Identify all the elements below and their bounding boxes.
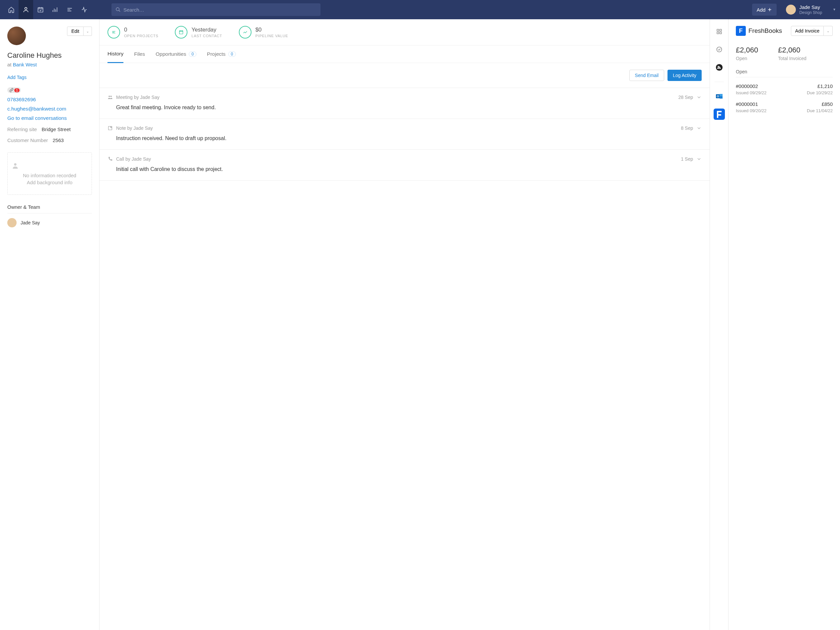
add-tags-link[interactable]: Add Tags xyxy=(7,75,92,80)
user-menu[interactable]: Jade Say Design Shop ▼ xyxy=(786,4,836,15)
divider xyxy=(736,77,833,78)
field-value: 2563 xyxy=(53,138,64,143)
main: Edit ⌄ Caroline Hughes at Bank West Add … xyxy=(0,19,840,630)
svg-text:O: O xyxy=(717,95,719,98)
phone-icon xyxy=(107,156,113,161)
contact-company: at Bank West xyxy=(7,62,92,67)
user-org: Design Shop xyxy=(799,10,822,15)
chevron-down-icon[interactable] xyxy=(696,95,702,100)
freshbooks-panel: F FreshBooks Add Invoice ⌄ £2,060 Open £… xyxy=(728,19,840,630)
tab-history[interactable]: History xyxy=(107,46,123,63)
svg-rect-1 xyxy=(38,8,43,12)
add-button[interactable]: Add xyxy=(752,4,777,16)
edit-button-group: Edit ⌄ xyxy=(67,27,92,36)
log-activity-button[interactable]: Log Activity xyxy=(668,70,702,81)
strip-outlook[interactable]: O xyxy=(714,90,725,102)
link-icon xyxy=(9,88,14,92)
user-name: Jade Say xyxy=(799,4,822,10)
action-row: Send Email Log Activity xyxy=(99,63,710,88)
fb-total-label: Total Invoiced xyxy=(778,56,807,61)
svg-rect-17 xyxy=(720,94,723,96)
stat-last-contact[interactable]: Yesterday LAST CONTACT xyxy=(175,26,222,38)
person-silhouette-icon xyxy=(12,162,19,169)
team-row: Jade Say xyxy=(7,218,92,227)
chevron-down-icon: ⌄ xyxy=(827,29,829,33)
nav-lists[interactable] xyxy=(62,0,77,19)
user-text: Jade Say Design Shop xyxy=(799,4,822,15)
fb-logo: F FreshBooks xyxy=(736,26,782,36)
invoice-item[interactable]: #0000001 £850 Issued 09/20/22 Due 11/04/… xyxy=(736,101,833,113)
fb-header: F FreshBooks Add Invoice ⌄ xyxy=(736,26,833,36)
bg-empty-text: No information recorded xyxy=(12,173,88,178)
svg-point-12 xyxy=(717,47,722,52)
chevron-down-icon: ⌄ xyxy=(86,30,89,33)
phone-link[interactable]: 0783692696 xyxy=(7,97,92,103)
trend-icon xyxy=(239,26,251,38)
contact-avatar xyxy=(7,27,26,45)
email-link[interactable]: c.hughes@bankwest.com xyxy=(7,106,92,112)
nav-contacts[interactable] xyxy=(19,0,33,19)
invoice-due: Due 11/04/22 xyxy=(807,108,833,113)
grid-icon xyxy=(716,28,722,35)
edit-button[interactable]: Edit xyxy=(67,27,84,36)
contact-panel: Edit ⌄ Caroline Hughes at Bank West Add … xyxy=(0,19,99,630)
referring-site-field: Referring site Bridge Street xyxy=(7,127,92,132)
team-member-name: Jade Say xyxy=(21,220,40,225)
add-invoice-dropdown[interactable]: ⌄ xyxy=(824,26,833,36)
strip-tasks[interactable] xyxy=(714,44,725,55)
nav-activity[interactable] xyxy=(77,0,92,19)
at-prefix: at xyxy=(7,62,12,67)
stat-open-projects[interactable]: 0 OPEN PROJECTS xyxy=(107,26,158,38)
add-background-link[interactable]: Add background info xyxy=(12,180,88,185)
activity-panel: 0 OPEN PROJECTS Yesterday LAST CONTACT xyxy=(99,19,710,630)
divider xyxy=(7,213,92,214)
links-pill[interactable]: 1 xyxy=(7,87,21,93)
svg-rect-10 xyxy=(717,32,718,34)
conversations-link[interactable]: Go to email conversations xyxy=(7,115,92,121)
stat-pipeline[interactable]: $0 PIPELINE VALUE xyxy=(239,26,288,38)
fb-stat-open: £2,060 Open xyxy=(736,46,758,61)
tab-opportunities[interactable]: Opportunities 0 xyxy=(156,46,196,63)
invoice-item[interactable]: #0000002 £1,210 Issued 09/29/22 Due 10/2… xyxy=(736,83,833,95)
strip-apps[interactable] xyxy=(714,26,725,37)
company-link[interactable]: Bank West xyxy=(13,62,37,67)
divider xyxy=(715,82,724,82)
calendar-icon xyxy=(175,26,188,38)
activity-date: 1 Sep xyxy=(681,156,693,161)
tab-files[interactable]: Files xyxy=(134,46,145,63)
strip-freshbooks[interactable] xyxy=(714,109,725,120)
svg-point-0 xyxy=(25,7,27,9)
tab-projects[interactable]: Projects 0 xyxy=(207,46,236,63)
nav-reports[interactable] xyxy=(48,0,62,19)
top-nav xyxy=(4,0,92,19)
send-email-button[interactable]: Send Email xyxy=(629,70,665,81)
invoice-issued: Issued 09/20/22 xyxy=(736,108,767,113)
chevron-down-icon: ▼ xyxy=(833,8,836,11)
chevron-down-icon[interactable] xyxy=(696,156,702,161)
svg-rect-11 xyxy=(720,32,721,34)
people-icon xyxy=(107,95,113,100)
nav-home[interactable] xyxy=(4,0,19,19)
invoice-number: #0000002 xyxy=(736,83,758,89)
add-invoice-button[interactable]: Add Invoice xyxy=(791,26,824,36)
stat-value: Yesterday xyxy=(191,27,222,33)
invoice-issued: Issued 09/29/22 xyxy=(736,90,767,95)
edit-dropdown[interactable]: ⌄ xyxy=(84,27,92,36)
strip-feed[interactable] xyxy=(714,62,725,73)
add-button-label: Add xyxy=(757,7,766,13)
fb-stats: £2,060 Open £2,060 Total Invoiced xyxy=(736,46,833,61)
svg-point-2 xyxy=(116,8,119,11)
nav-calendar[interactable] xyxy=(33,0,48,19)
pill-row: 1 xyxy=(7,87,92,93)
svg-rect-9 xyxy=(720,29,721,31)
svg-point-6 xyxy=(111,96,112,97)
activity-date: 28 Sep xyxy=(679,95,693,100)
invoice-amount: £850 xyxy=(822,101,833,107)
add-invoice-group: Add Invoice ⌄ xyxy=(791,26,833,36)
stat-label: LAST CONTACT xyxy=(191,34,222,38)
links-count-badge: 1 xyxy=(14,88,20,92)
field-label: Referring site xyxy=(7,127,37,132)
chevron-down-icon[interactable] xyxy=(696,125,702,131)
search-input[interactable] xyxy=(112,3,321,16)
outlook-icon: O xyxy=(715,92,723,100)
